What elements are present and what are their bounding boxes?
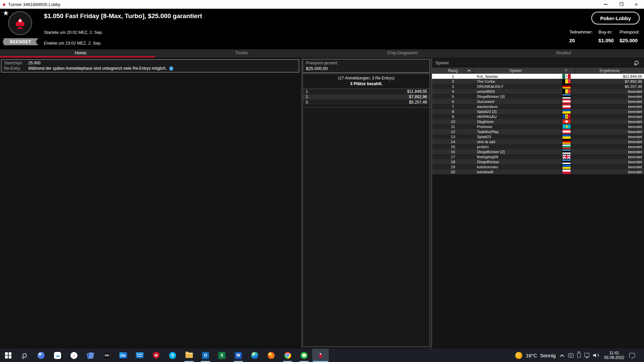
taskbar-outlook-icon[interactable]: O xyxy=(197,349,214,362)
search-icon[interactable] xyxy=(635,61,639,65)
tab-chip-diagramm[interactable]: Chip-Diagramm xyxy=(322,49,483,58)
player-row[interactable]: 7wackerdavebeendet xyxy=(432,104,644,109)
tab-home[interactable]: Home xyxy=(0,49,161,58)
edge-glyph xyxy=(251,352,258,359)
player-flag-cell xyxy=(558,160,575,164)
player-rank: 7 xyxy=(432,105,474,109)
player-result: $5.257,49 xyxy=(575,84,644,88)
usb-device-icon[interactable] xyxy=(577,353,581,358)
info-icon[interactable] xyxy=(169,66,173,71)
taskbar-ggpoker-icon[interactable]: GG xyxy=(99,349,115,362)
flag-at-icon xyxy=(562,104,571,109)
flag-ua-icon xyxy=(562,109,571,114)
taskbar-start-button[interactable] xyxy=(0,349,16,362)
close-button[interactable]: × xyxy=(629,0,644,9)
player-result: beendet xyxy=(575,140,644,144)
flag-ua-icon xyxy=(562,134,571,139)
meet-now-icon[interactable] xyxy=(568,353,574,358)
player-row[interactable]: 20tomekwi6beendet xyxy=(432,169,644,174)
player-row[interactable]: 12TadellosPlaybeendet xyxy=(432,129,644,134)
player-row[interactable]: 8Splatt23 [2]beendet xyxy=(432,109,644,114)
flag-ua-icon xyxy=(562,165,571,169)
player-row[interactable]: 10Slyghtzenbeendet xyxy=(432,119,644,124)
flag-ee-icon xyxy=(562,94,571,99)
taskbar-itunes-icon[interactable] xyxy=(66,349,82,362)
payout-amount: $7.892,96 xyxy=(409,95,427,99)
column-result[interactable]: Ergebnisse xyxy=(575,67,644,74)
player-row[interactable]: 2The Corbe$7.892,96 xyxy=(432,79,644,84)
taskbar-mcafee-icon[interactable]: M xyxy=(148,349,164,362)
taskbar-search-icon[interactable] xyxy=(16,349,33,362)
taskbar-signal-icon[interactable] xyxy=(33,349,49,362)
taskbar-prime-video-icon[interactable]: prime video xyxy=(131,349,148,362)
player-row[interactable]: 15probirsbeendet xyxy=(432,144,644,149)
volume-icon[interactable] xyxy=(593,353,599,358)
player-row[interactable]: 14vino la iubibeendet xyxy=(432,139,644,144)
player-result: beendet xyxy=(575,150,644,154)
player-name: TadellosPlay xyxy=(474,130,558,134)
player-rank: 8 xyxy=(432,110,474,114)
taskbar-word-icon[interactable]: W xyxy=(230,349,247,362)
player-flag-cell xyxy=(558,165,575,169)
taskbar-firefox-icon[interactable] xyxy=(263,349,279,362)
tab-struktur[interactable]: Struktur xyxy=(483,49,644,58)
flag-gb-icon xyxy=(562,155,571,159)
player-row[interactable]: 17thebigdog09beendet xyxy=(432,154,644,159)
taskbar-edge-icon[interactable] xyxy=(247,349,263,362)
player-row[interactable]: 4umvelt900beendet xyxy=(432,89,644,94)
taskbar-excel-icon[interactable]: X xyxy=(214,349,230,362)
flag-be-icon xyxy=(562,89,571,94)
minimize-button[interactable] xyxy=(598,0,613,9)
taskbar-poker-cards-icon[interactable] xyxy=(82,349,99,362)
player-flag-cell xyxy=(558,79,575,83)
chrome-glyph xyxy=(284,352,291,359)
player-row[interactable]: 6Succeeedbeendet xyxy=(432,99,644,104)
player-row[interactable]: 9t4t0PAGAUbeendet xyxy=(432,114,644,119)
player-flag-cell xyxy=(558,119,575,124)
player-row[interactable]: 3DRUNK&UGLY$5.257,49 xyxy=(432,84,644,89)
player-name: Splatt23 xyxy=(474,135,558,139)
search-glyph xyxy=(22,353,27,358)
column-rank[interactable]: Rang xyxy=(432,67,474,74)
notifications-icon[interactable] xyxy=(629,353,635,358)
player-flag-cell xyxy=(558,114,575,119)
taskbar-file-explorer-icon[interactable] xyxy=(181,349,197,362)
player-search-input[interactable] xyxy=(435,60,635,65)
player-row[interactable]: 13Splatt23beendet xyxy=(432,134,644,139)
payout-place: 3. xyxy=(306,100,309,105)
taskbar-sky-icon[interactable]: sky xyxy=(115,349,131,362)
outlook-glyph: O xyxy=(202,352,209,359)
weather-temp: 16°C xyxy=(526,353,537,358)
player-row[interactable]: 1Kot_Spartac$11.849,55 xyxy=(432,74,644,79)
player-row[interactable]: 18DingeBrinkerbeendet xyxy=(432,159,644,164)
taskbar-chrome-icon[interactable] xyxy=(279,349,296,362)
poker-lobby-button[interactable]: Poker-Lobby xyxy=(591,12,640,24)
taskbar-pokerstars-icon[interactable] xyxy=(312,349,329,362)
weather-sun-icon[interactable] xyxy=(515,352,522,359)
taskbar-whatsapp-icon[interactable] xyxy=(296,349,312,362)
tab-tische[interactable]: Tische xyxy=(161,49,322,58)
column-flag-icon[interactable] xyxy=(558,67,575,74)
minimize-icon xyxy=(604,4,607,5)
player-row[interactable]: 11Premovebeendet xyxy=(432,124,644,129)
player-row[interactable]: 5DingeBrinker [3]beendet xyxy=(432,94,644,99)
player-rank: 3 xyxy=(432,84,474,88)
flag-at-icon xyxy=(562,129,571,134)
clock-date: 03.09.2022 xyxy=(604,355,624,360)
star-icon: ★ xyxy=(17,18,22,23)
payout-place: 2. xyxy=(306,95,309,99)
taskbar-skype-icon[interactable]: S xyxy=(164,349,181,362)
player-row[interactable]: 19kotuhoroskobeendet xyxy=(432,164,644,169)
tray-expand-icon[interactable] xyxy=(560,354,564,358)
weather-widget[interactable]: 16°C Sonnig xyxy=(526,353,556,358)
player-row[interactable]: 16DingeBrinker [2]beendet xyxy=(432,149,644,154)
player-rank: 14 xyxy=(432,140,474,144)
network-icon[interactable] xyxy=(584,353,589,357)
column-player[interactable]: Spieler xyxy=(474,67,558,74)
taskbar-icloud-icon[interactable] xyxy=(49,349,66,362)
clock[interactable]: 11:41 03.09.2022 xyxy=(604,351,624,360)
restore-button[interactable] xyxy=(613,0,629,9)
startchips-row: Startchips: 25.000 xyxy=(1,60,299,66)
player-flag-cell xyxy=(558,99,575,104)
favorite-star-icon[interactable]: ★ xyxy=(3,9,9,16)
